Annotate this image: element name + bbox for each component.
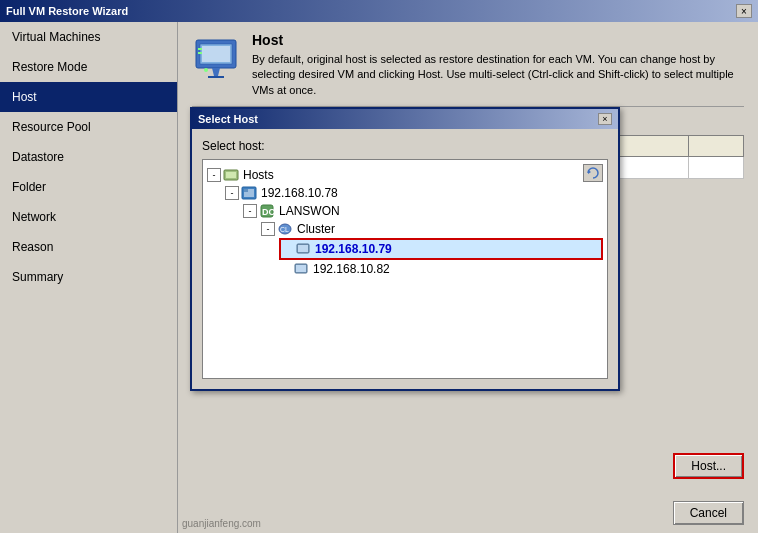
- sidebar-item-summary[interactable]: Summary: [0, 262, 177, 292]
- svg-rect-21: [296, 265, 306, 272]
- tree-children-dc: - DC LANSWON -: [225, 202, 603, 278]
- tree-label-host-79: 192.168.10.79: [315, 242, 392, 256]
- host-79-icon: [295, 241, 311, 257]
- tree-label-cluster: Cluster: [297, 222, 335, 236]
- sidebar-item-folder[interactable]: Folder: [0, 172, 177, 202]
- header-section: Host By default, original host is select…: [192, 32, 744, 107]
- sidebar-item-resource-pool[interactable]: Resource Pool: [0, 112, 177, 142]
- svg-text:DC: DC: [262, 207, 275, 217]
- page-title: Host: [252, 32, 744, 48]
- svg-marker-3: [212, 68, 220, 76]
- tree-label-hosts: Hosts: [243, 168, 274, 182]
- sidebar-item-network[interactable]: Network: [0, 202, 177, 232]
- tree-node-host-79[interactable]: 192.168.10.79: [279, 238, 603, 260]
- tree-node-dc[interactable]: - 192.168.10.78: [225, 184, 603, 202]
- svg-marker-8: [588, 170, 591, 174]
- tree-node-hosts[interactable]: - Hosts: [207, 166, 603, 184]
- header-text: Host By default, original host is select…: [252, 32, 744, 98]
- svg-rect-13: [244, 189, 248, 192]
- dialog-close-button[interactable]: ×: [598, 113, 612, 125]
- expander-hosts[interactable]: -: [207, 168, 221, 182]
- sidebar-item-host[interactable]: Host: [0, 82, 177, 112]
- tree-node-host-82[interactable]: 192.168.10.82: [279, 260, 603, 278]
- tree-node-lanswon[interactable]: - DC LANSWON: [243, 202, 603, 220]
- tree-node-cluster[interactable]: - CL Cluster: [261, 220, 603, 238]
- host-button[interactable]: Host...: [673, 453, 744, 479]
- tree-children-cluster: 192.168.10.79 192.168: [261, 238, 603, 278]
- window-close-button[interactable]: ×: [736, 4, 752, 18]
- col-extra: [688, 136, 743, 157]
- sidebar-item-restore-mode[interactable]: Restore Mode: [0, 52, 177, 82]
- tree-children-hosts: - 192.168.10.78 -: [207, 184, 603, 278]
- expander-dc[interactable]: -: [225, 186, 239, 200]
- dialog-content: Select host: - Hosts: [192, 129, 618, 389]
- sidebar-item-virtual-machines[interactable]: Virtual Machines: [0, 22, 177, 52]
- svg-rect-10: [226, 172, 236, 178]
- dc-icon: [241, 185, 257, 201]
- title-bar: Full VM Restore Wizard ×: [0, 0, 758, 22]
- select-host-label: Select host:: [202, 139, 608, 153]
- svg-text:CL: CL: [280, 226, 289, 233]
- svg-point-5: [204, 68, 208, 72]
- tree-label-host-82: 192.168.10.82: [313, 262, 390, 276]
- select-host-dialog: Select Host × Select host: -: [190, 107, 620, 391]
- sidebar: Virtual MachinesRestore ModeHostResource…: [0, 22, 178, 533]
- host-82-icon: [293, 261, 309, 277]
- host-icon: [192, 32, 240, 80]
- header-description: By default, original host is selected as…: [252, 52, 744, 98]
- cancel-button[interactable]: Cancel: [673, 501, 744, 525]
- bottom-buttons: Cancel: [356, 493, 758, 533]
- svg-rect-2: [202, 46, 230, 62]
- content-area: Host By default, original host is select…: [178, 22, 758, 533]
- tree-label-dc: 192.168.10.78: [261, 186, 338, 200]
- svg-rect-19: [298, 245, 308, 252]
- svg-rect-6: [198, 48, 202, 50]
- refresh-button[interactable]: [583, 164, 603, 182]
- vm-extra-cell: [688, 157, 743, 179]
- dialog-title: Select Host: [198, 113, 258, 125]
- host-tree-container[interactable]: - Hosts -: [202, 159, 608, 379]
- main-container: Virtual MachinesRestore ModeHostResource…: [0, 22, 758, 533]
- svg-rect-7: [198, 52, 202, 54]
- svg-rect-4: [208, 76, 224, 78]
- watermark: guanjianfeng.com: [182, 518, 261, 529]
- window-title: Full VM Restore Wizard: [6, 5, 128, 17]
- expander-lanswon[interactable]: -: [243, 204, 257, 218]
- tree-label-lanswon: LANSWON: [279, 204, 340, 218]
- sidebar-item-reason[interactable]: Reason: [0, 232, 177, 262]
- hosts-icon: [223, 167, 239, 183]
- cluster-icon: CL: [277, 221, 293, 237]
- expander-cluster[interactable]: -: [261, 222, 275, 236]
- tree-children-lanswon: - CL Cluster: [243, 220, 603, 278]
- sidebar-item-datastore[interactable]: Datastore: [0, 142, 177, 172]
- dialog-title-bar: Select Host ×: [192, 109, 618, 129]
- lanswon-icon: DC: [259, 203, 275, 219]
